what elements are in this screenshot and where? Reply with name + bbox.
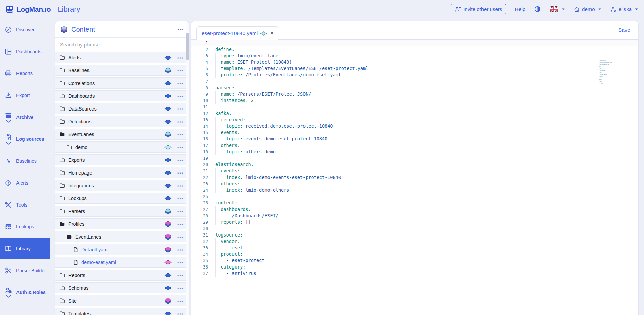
row-menu-button[interactable]: ⋯: [177, 246, 184, 253]
tree-item-label: Integrations: [68, 183, 94, 188]
tab-eset-protect-yaml[interactable]: eset-protect-10840.yaml ×: [196, 26, 278, 40]
code-editor[interactable]: 1---2define:3type: lmio/event-lane4name:…: [191, 40, 638, 315]
row-menu-button[interactable]: ⋯: [177, 233, 184, 240]
sidebar-item-auth-roles[interactable]: Auth & Roles: [0, 281, 50, 303]
layers-pink-icon: [164, 246, 172, 253]
line-number: 8: [191, 85, 212, 91]
row-menu-button[interactable]: ⋯: [177, 221, 184, 227]
tree-item-demo-eset-yaml[interactable]: demo-eset.yaml⋯: [55, 257, 189, 268]
row-menu-button[interactable]: ⋯: [177, 297, 184, 304]
row-menu-button[interactable]: ⋯: [177, 54, 184, 61]
sidebar-item-tools[interactable]: Tools: [0, 194, 50, 216]
tree-item-label[interactable]: demo-eset.yaml: [81, 260, 116, 265]
row-menu-button[interactable]: ⋯: [177, 310, 184, 315]
save-button[interactable]: Save: [618, 27, 630, 33]
sidebar-item-lookups[interactable]: Lookups: [0, 216, 50, 238]
scrollbar-thumb[interactable]: [186, 33, 189, 60]
user-menu[interactable]: eliska: [610, 6, 638, 13]
sidebar-item-archive[interactable]: Archive: [0, 106, 50, 128]
content-scrollbar[interactable]: [186, 21, 189, 315]
sidebar-item-discover[interactable]: Discover: [0, 19, 50, 40]
tree-item-homepage[interactable]: Homepage⋯: [55, 167, 189, 178]
row-menu-button[interactable]: ⋯: [177, 285, 184, 291]
tree-item-profiles[interactable]: Profiles⋯: [55, 218, 189, 229]
tree-item-lookups[interactable]: Lookups⋯: [55, 193, 189, 204]
tree-item-correlations[interactable]: Correlations⋯: [55, 77, 189, 89]
minimap[interactable]: 1---2define:3type: lmio/event-lane4name:…: [599, 59, 617, 85]
row-menu-button[interactable]: ⋯: [177, 208, 184, 214]
tree-item-schemas[interactable]: Schemas⋯: [55, 282, 189, 293]
tree-item-eventlanes[interactable]: EventLanes⋯: [55, 129, 189, 140]
tree-item-label: EventLanes: [68, 132, 94, 137]
line-number: 27: [191, 206, 212, 213]
search-input[interactable]: [55, 38, 189, 52]
tree-item-parsers[interactable]: Parsers⋯: [55, 206, 189, 217]
row-menu-button[interactable]: ⋯: [177, 169, 184, 176]
help-link[interactable]: Help: [515, 6, 525, 12]
tree-item-reports[interactable]: Reports⋯: [55, 270, 189, 281]
code-line: 8parsec:: [191, 85, 638, 91]
row-menu-button[interactable]: ⋯: [177, 272, 184, 278]
tree-item-baselines[interactable]: Baselines⋯: [55, 65, 189, 76]
invite-users-button[interactable]: Invite other users: [451, 4, 506, 14]
folder-open-icon: [59, 132, 65, 137]
sidebar-item-export[interactable]: Export: [0, 84, 50, 106]
row-menu-button[interactable]: ⋯: [177, 131, 184, 137]
row-menu-button[interactable]: ⋯: [177, 80, 184, 86]
sidebar-item-reports[interactable]: Reports: [0, 62, 50, 84]
theme-toggle[interactable]: [534, 6, 541, 13]
tenant-menu[interactable]: demo: [573, 6, 601, 13]
code-lines: 1---2define:3type: lmio/event-lane4name:…: [191, 40, 638, 277]
code-line: 24index: lmio-demo-others: [191, 187, 638, 193]
row-menu-button[interactable]: ⋯: [177, 67, 184, 73]
sidebar-item-dashboards[interactable]: Dashboards: [0, 40, 50, 62]
line-number: 35: [191, 257, 212, 264]
editor-scrollbar[interactable]: [618, 59, 618, 99]
tree-item-demo[interactable]: demo⋯: [55, 141, 189, 153]
code-line: 17others:: [191, 142, 638, 149]
log-sources-icon: [5, 134, 12, 141]
sidebar-item-log-sources[interactable]: Log sources: [0, 128, 50, 150]
tree-item-eventlanes[interactable]: EventLanes⋯: [55, 231, 189, 242]
tree-item-exports[interactable]: Exports⋯: [55, 154, 189, 165]
row-menu-button[interactable]: ⋯: [177, 182, 184, 189]
row-menu-button[interactable]: ⋯: [177, 105, 184, 112]
sidebar-item-library[interactable]: Library: [0, 238, 50, 259]
tree-item-site[interactable]: Site⋯: [55, 295, 189, 306]
code-line: 6profile: /Profiles/EventLanes/demo-eset…: [191, 72, 638, 78]
code-line: 13received:: [191, 117, 638, 123]
row-menu-button[interactable]: ⋯: [177, 144, 184, 150]
sidebar-item-baselines[interactable]: Baselines: [0, 150, 50, 172]
language-menu[interactable]: [550, 6, 565, 12]
tree-item-label[interactable]: Default.yaml: [81, 247, 109, 252]
tree-item-label: Dashboards: [68, 93, 95, 99]
line-number: 10: [191, 97, 212, 104]
editor-panel: eset-protect-10840.yaml × Save 1---2defi…: [191, 21, 639, 315]
code-line: 37- antivirus: [191, 270, 638, 277]
code-line: 30: [191, 225, 638, 232]
close-tab-button[interactable]: ×: [270, 31, 273, 36]
tree-item-dashboards[interactable]: Dashboards⋯: [55, 90, 189, 101]
row-menu-button[interactable]: ⋯: [177, 157, 184, 163]
content-menu-button[interactable]: ⋯: [178, 26, 184, 33]
row-menu-button[interactable]: ⋯: [177, 93, 184, 99]
tree-item-alerts[interactable]: Alerts⋯: [55, 52, 189, 63]
logo[interactable]: LogMan.io: [5, 5, 51, 14]
row-menu-button[interactable]: ⋯: [177, 118, 184, 125]
tree-item-datasources[interactable]: DataSources⋯: [55, 103, 189, 114]
archive-icon: [5, 112, 12, 119]
code-line: 34product:: [191, 251, 638, 257]
tree-item-templates[interactable]: Templates⋯: [55, 308, 189, 315]
sidebar-item-alerts[interactable]: Alerts: [0, 172, 50, 194]
tree-item-default-yaml[interactable]: Default.yaml⋯: [55, 244, 189, 255]
tree-item-detections[interactable]: Detections⋯: [55, 116, 189, 127]
sidebar-item-parser-builder[interactable]: Parser Builder: [0, 259, 50, 281]
code-line: 12kafka:: [191, 110, 638, 117]
folder-icon: [59, 106, 65, 111]
row-menu-button[interactable]: ⋯: [177, 259, 184, 265]
diamond-blue-icon: [164, 81, 172, 86]
tree-item-integrations[interactable]: Integrations⋯: [55, 180, 189, 191]
folder-open-icon: [66, 234, 72, 239]
row-menu-button[interactable]: ⋯: [177, 195, 184, 201]
tree-item-label: EventLanes: [75, 234, 101, 240]
